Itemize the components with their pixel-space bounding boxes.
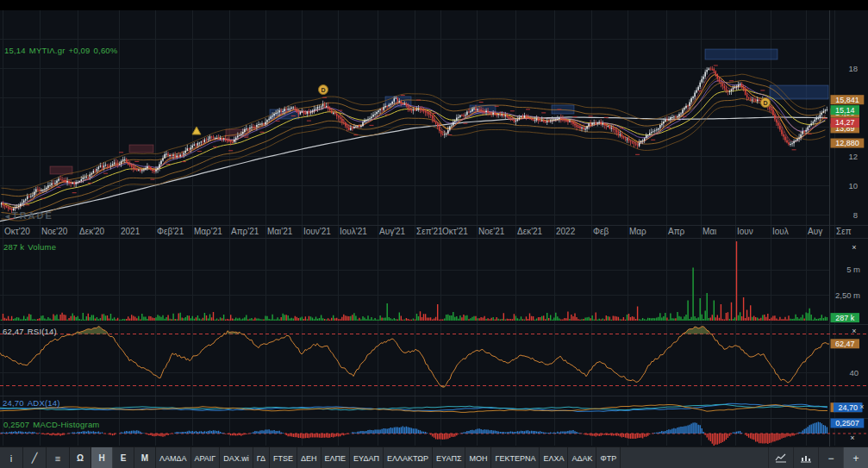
symbol-tab-ΑΔΑΚ[interactable]: ΑΔΑΚ: [568, 447, 596, 468]
svg-text:10: 10: [848, 181, 858, 190]
svg-text:D: D: [321, 87, 325, 93]
svg-text:Απρ: Απρ: [668, 227, 685, 236]
line-chart-icon[interactable]: [768, 447, 793, 468]
toolbar-right-icons: −+: [768, 447, 868, 468]
symbol-tab-ΓΕΚΤΕΡΝΑ[interactable]: ΓΕΚΤΕΡΝΑ: [491, 447, 540, 468]
watermark-icon: ◄: [3, 212, 11, 221]
svg-text:24,70: 24,70: [838, 403, 858, 412]
volume-current-badge: 287 k: [831, 313, 860, 322]
svg-text:Δεκ'20: Δεκ'20: [79, 227, 105, 236]
svg-text:12,880: 12,880: [835, 139, 859, 147]
toolbar-spacer: [621, 447, 768, 468]
bottom-toolbar: i╱≡ ΩΗΕΜ ΛΑΜΔΑΑΡΑΙΓDAX.wiΓΔFTSEΔΕΗΕΛΠΕΕΥ…: [0, 446, 868, 468]
zoom-out-button[interactable]: −: [818, 447, 843, 468]
watermark: ◄TRADE: [3, 210, 53, 221]
volume-name: Volume: [28, 242, 56, 252]
svg-text:62,47: 62,47: [835, 340, 855, 348]
symbol-tab-ΑΡΑΙΓ[interactable]: ΑΡΑΙΓ: [191, 447, 221, 468]
histogram-icon[interactable]: [793, 447, 818, 468]
timeframe-group: ΩΗΕΜ: [70, 447, 156, 468]
macd-legend: 0,2507MACD-Histogram: [3, 420, 103, 429]
chart-background: [0, 0, 868, 446]
svg-text:287 k: 287 k: [835, 314, 855, 322]
price-badge-15,14: 15,14: [831, 105, 860, 115]
adx-legend: 24,70ADX(14): [3, 398, 64, 408]
macd-value: 0,2507: [3, 420, 29, 429]
macd-close-icon[interactable]: ×: [848, 434, 857, 442]
chart-canvas[interactable]: DDΟκτ'20Νοε'20Δεκ'202021Φεβ'21Μαρ'21Απρ'…: [0, 0, 868, 446]
symbol-tab-ΔΕΗ[interactable]: ΔΕΗ: [297, 447, 322, 468]
symbol-tab-ΕΥΔΑΠ[interactable]: ΕΥΔΑΠ: [350, 447, 384, 468]
svg-text:5 m: 5 m: [846, 265, 860, 274]
svg-text:Νοε'20: Νοε'20: [41, 227, 68, 236]
symbol-tab-FTSE[interactable]: FTSE: [270, 447, 297, 468]
ticker-legend: 15,14ΜΥΤΙΛ.gr+0,090,60%: [4, 46, 122, 55]
adx-value: 24,70: [3, 398, 24, 408]
timeframe-Η[interactable]: Η: [91, 447, 113, 468]
svg-text:Σεπ: Σεπ: [836, 227, 852, 236]
svg-text:Μαι: Μαι: [703, 227, 716, 236]
svg-text:Οκτ'20: Οκτ'20: [4, 227, 30, 236]
symbol-tab-ΕΛΧΑ[interactable]: ΕΛΧΑ: [540, 447, 568, 468]
volume-close-icon[interactable]: ×: [850, 243, 859, 252]
symbol-tab-DAX.wi[interactable]: DAX.wi: [220, 447, 253, 468]
svg-text:Ιουλ'21: Ιουλ'21: [340, 227, 367, 236]
volume-value: 287 k: [3, 242, 24, 252]
svg-text:15,14: 15,14: [835, 106, 855, 115]
svg-text:18: 18: [848, 64, 858, 73]
svg-text:Φεβ'21: Φεβ'21: [157, 227, 184, 236]
symbol-tab-ΛΑΜΔΑ[interactable]: ΛΑΜΔΑ: [156, 447, 191, 468]
timeframe-Μ[interactable]: Μ: [134, 447, 156, 468]
symbol-tab-ΜΟΗ[interactable]: ΜΟΗ: [465, 447, 491, 468]
rsi-close-icon[interactable]: ×: [850, 327, 859, 335]
symbol-tab-ΕΛΠΕ[interactable]: ΕΛΠΕ: [322, 447, 351, 468]
rsi-value: 62,47: [3, 327, 24, 336]
svg-text:Σεπ'21: Σεπ'21: [416, 227, 443, 236]
svg-text:2021: 2021: [121, 227, 141, 236]
info-icon[interactable]: i: [0, 447, 23, 468]
ticker-change: +0,09: [69, 46, 91, 55]
svg-text:Νοε'21: Νοε'21: [478, 227, 505, 236]
watchlist-icon[interactable]: ≡: [47, 447, 70, 468]
adx-name: ADX(14): [28, 398, 60, 408]
svg-text:Αυγ: Αυγ: [808, 227, 822, 236]
macd-name: MACD-Histogram: [33, 420, 99, 429]
svg-text:Φεβ: Φεβ: [593, 227, 609, 236]
svg-text:Ιουν'21: Ιουν'21: [303, 227, 331, 236]
chart-area[interactable]: DDΟκτ'20Νοε'20Δεκ'202021Φεβ'21Μαρ'21Απρ'…: [0, 0, 868, 446]
zoom-in-button[interactable]: +: [843, 447, 868, 468]
symbol-tab-ΕΛΛΑΚΤΩΡ[interactable]: ΕΛΛΑΚΤΩΡ: [384, 447, 433, 468]
rsi-legend: 62,47RSI(14): [3, 327, 60, 336]
svg-text:2022: 2022: [556, 227, 576, 236]
svg-text:0,2507: 0,2507: [835, 419, 859, 427]
symbol-tab-ΓΔ[interactable]: ΓΔ: [253, 447, 270, 468]
adx-close-icon[interactable]: ×: [858, 402, 866, 411]
ticker-change-pct: 0,60%: [94, 46, 118, 55]
svg-text:D: D: [763, 100, 767, 106]
timeframe-Ε[interactable]: Ε: [113, 447, 134, 468]
svg-text:Δεκ'21: Δεκ'21: [517, 227, 543, 236]
draw-line-icon[interactable]: ╱: [23, 447, 47, 468]
svg-text:Απρ'21: Απρ'21: [231, 227, 259, 236]
svg-text:Μαι'21: Μαι'21: [267, 227, 293, 236]
watermark-text: TRADE: [12, 210, 53, 221]
symbol-tabs: ΛΑΜΔΑΑΡΑΙΓDAX.wiΓΔFTSEΔΕΗΕΛΠΕΕΥΔΑΠΕΛΛΑΚΤ…: [156, 447, 621, 468]
svg-text:14,27: 14,27: [835, 118, 855, 127]
timeframe-Ω[interactable]: Ω: [70, 447, 91, 468]
svg-text:8: 8: [853, 210, 858, 220]
toolbar-left-icons: i╱≡: [0, 447, 70, 468]
symbol-tab-ΕΥΑΠΣ[interactable]: ΕΥΑΠΣ: [433, 447, 465, 468]
price-badge-12,880: 12,880: [831, 139, 865, 148]
symbol-tab-ΦΤΡ[interactable]: ΦΤΡ: [596, 447, 621, 468]
svg-text:12: 12: [848, 152, 858, 161]
price-badge-15,841: 15,841: [831, 95, 865, 104]
svg-text:Οκτ'21: Οκτ'21: [442, 227, 468, 236]
svg-text:15,841: 15,841: [835, 96, 859, 104]
macd-current-badge: 0,2507: [831, 418, 865, 427]
volume-legend: 287 kVolume: [3, 242, 59, 252]
svg-text:Μαρ: Μαρ: [629, 227, 646, 236]
svg-text:Ιουν: Ιουν: [737, 227, 753, 236]
svg-text:Αυγ'21: Αυγ'21: [379, 227, 406, 236]
svg-text:Ιουλ: Ιουλ: [772, 227, 789, 236]
rsi-current-badge: 62,47: [831, 339, 860, 348]
